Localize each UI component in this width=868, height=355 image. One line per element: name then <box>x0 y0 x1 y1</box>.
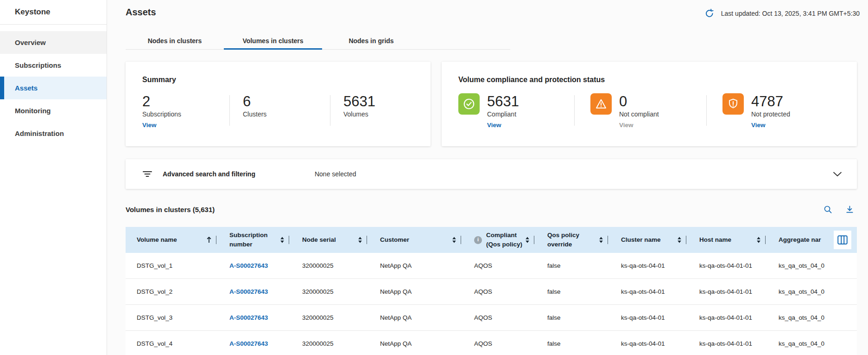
stat-not-protected: 4787 Not protected View <box>722 93 838 129</box>
table-title: Volumes in clusters (5,631) <box>126 206 215 213</box>
cell-host-name: ks-qa-ots-04-01-01 <box>686 340 766 347</box>
stat-clusters: 6 Clusters <box>243 93 330 129</box>
table-row[interactable]: DSTG_vol_1 A-S00027643 320000025 NetApp … <box>126 253 857 279</box>
filter-label: Advanced search and filtering <box>163 170 255 178</box>
column-label: Host name <box>699 235 754 245</box>
cell-node-serial: 320000025 <box>289 340 367 347</box>
cell-aggregate-name: ks_qa_ots_04_0 <box>766 262 857 269</box>
divider <box>229 95 230 126</box>
view-compliant-link[interactable]: View <box>487 122 519 129</box>
sidebar-item-monitoring[interactable]: Monitoring <box>0 99 107 122</box>
sidebar-item-label: Administration <box>15 129 64 137</box>
cell-subscription-number-link[interactable]: A-S00027643 <box>216 288 289 295</box>
cell-compliant-qos: AQOS <box>461 314 534 321</box>
stat-volumes: 5631 Volumes <box>343 93 431 129</box>
column-label: Customer <box>380 235 449 245</box>
column-header-node-serial[interactable]: Node serial <box>289 227 367 253</box>
divider <box>330 95 330 126</box>
sort-both-icon[interactable] <box>756 236 761 244</box>
sidebar-item-assets[interactable]: Assets <box>0 77 107 99</box>
volumes-table: Volume name Subscription number <box>126 227 857 355</box>
stat-not-compliant: 0 Not compliant View <box>590 93 706 129</box>
cell-volume-name: DSTG_vol_4 <box>126 340 216 347</box>
column-header-host-name[interactable]: Host name <box>686 227 766 253</box>
cell-cluster-name: ks-qa-ots-04-01 <box>608 314 686 321</box>
cell-compliant-qos: AQOS <box>461 340 534 347</box>
cell-qos-override: false <box>534 288 608 295</box>
cell-compliant-qos: AQOS <box>461 262 534 269</box>
page-header: Assets Last updated: Oct 13, 2025, 3:41 … <box>107 0 868 19</box>
check-circle-icon <box>458 93 480 115</box>
shield-alert-icon <box>722 93 744 115</box>
sidebar-item-label: Overview <box>15 39 46 46</box>
cell-aggregate-name: ks_qa_ots_04_0 <box>766 340 857 347</box>
stat-value: 0 <box>619 93 659 110</box>
column-picker-icon[interactable] <box>834 231 851 249</box>
sort-both-icon[interactable] <box>677 236 682 244</box>
stat-value: 6 <box>243 93 330 110</box>
app-window: Keystone Overview Subscriptions Assets M… <box>0 0 868 355</box>
cell-compliant-qos: AQOS <box>461 288 534 295</box>
cell-qos-override: false <box>534 262 608 269</box>
cell-customer: NetApp QA <box>367 288 461 295</box>
column-header-subscription-number[interactable]: Subscription number <box>216 227 289 253</box>
cell-aggregate-name: ks_qa_ots_04_0 <box>766 314 857 321</box>
stat-value: 4787 <box>751 93 790 110</box>
search-icon[interactable] <box>824 205 832 214</box>
last-updated-text: Last updated: Oct 13, 2025, 3:41 PM GMT+… <box>721 10 860 17</box>
sort-ascending-icon[interactable] <box>206 236 212 244</box>
sort-both-icon[interactable] <box>599 236 603 244</box>
volumes-table-section: Volumes in clusters (5,631) <box>126 204 857 355</box>
last-updated-area: Last updated: Oct 13, 2025, 3:41 PM GMT+… <box>704 7 860 19</box>
column-header-compliant-qos-policy[interactable]: i Compliant (Qos policy) <box>461 227 534 253</box>
stat-subscriptions: 2 Subscriptions View <box>142 93 229 129</box>
divider <box>706 95 707 126</box>
compliance-card-title: Volume compliance and protection status <box>442 62 857 84</box>
sidebar: Keystone Overview Subscriptions Assets M… <box>0 0 107 355</box>
cell-subscription-number-link[interactable]: A-S00027643 <box>216 314 289 321</box>
cell-customer: NetApp QA <box>367 262 461 269</box>
column-label: Volume name <box>137 235 203 245</box>
column-header-customer[interactable]: Customer <box>367 227 461 253</box>
column-header-cluster-name[interactable]: Cluster name <box>608 227 686 253</box>
cell-host-name: ks-qa-ots-04-01-01 <box>686 288 766 295</box>
sort-both-icon[interactable] <box>280 236 285 244</box>
table-row[interactable]: DSTG_vol_4 A-S00027643 320000025 NetApp … <box>126 331 857 355</box>
compliance-card: Volume compliance and protection status … <box>442 62 857 146</box>
tab-volumes-in-clusters[interactable]: Volumes in clusters <box>224 32 322 49</box>
view-not-compliant-link: View <box>619 122 659 129</box>
sort-both-icon[interactable] <box>525 236 530 244</box>
refresh-icon[interactable] <box>704 8 715 19</box>
summary-card: Summary 2 Subscriptions View 6 Clusters … <box>126 62 431 146</box>
column-header-volume-name[interactable]: Volume name <box>126 227 216 253</box>
column-label: Subscription number <box>229 231 277 249</box>
tab-bar: Nodes in clusters Volumes in clusters No… <box>126 32 510 50</box>
cell-customer: NetApp QA <box>367 340 461 347</box>
column-header-qos-policy-override[interactable]: Qos policy override <box>534 227 608 253</box>
cell-qos-override: false <box>534 340 608 347</box>
view-subscriptions-link[interactable]: View <box>142 122 157 129</box>
sidebar-item-administration[interactable]: Administration <box>0 122 107 145</box>
view-not-protected-link[interactable]: View <box>751 122 790 129</box>
stat-label: Compliant <box>487 110 519 118</box>
tab-nodes-in-grids[interactable]: Nodes in grids <box>322 32 420 49</box>
sidebar-item-subscriptions[interactable]: Subscriptions <box>0 54 107 77</box>
table-row[interactable]: DSTG_vol_2 A-S00027643 320000025 NetApp … <box>126 279 857 305</box>
tab-nodes-in-clusters[interactable]: Nodes in clusters <box>126 32 224 49</box>
stat-label: Volumes <box>343 110 431 118</box>
cell-subscription-number-link[interactable]: A-S00027643 <box>216 262 289 269</box>
sort-both-icon[interactable] <box>358 236 362 244</box>
download-icon[interactable] <box>845 205 854 214</box>
main-content: Assets Last updated: Oct 13, 2025, 3:41 … <box>107 0 868 355</box>
filter-selection: None selected <box>315 170 356 178</box>
cell-subscription-number-link[interactable]: A-S00027643 <box>216 340 289 347</box>
sort-both-icon[interactable] <box>452 236 456 244</box>
cell-node-serial: 320000025 <box>289 288 367 295</box>
advanced-search-bar[interactable]: Advanced search and filtering None selec… <box>126 159 857 189</box>
chevron-down-icon[interactable] <box>833 171 842 177</box>
cell-cluster-name: ks-qa-ots-04-01 <box>608 340 686 347</box>
info-icon[interactable]: i <box>474 236 482 244</box>
cell-volume-name: DSTG_vol_1 <box>126 262 216 269</box>
sidebar-item-overview[interactable]: Overview <box>0 31 107 54</box>
table-row[interactable]: DSTG_vol_3 A-S00027643 320000025 NetApp … <box>126 305 857 331</box>
